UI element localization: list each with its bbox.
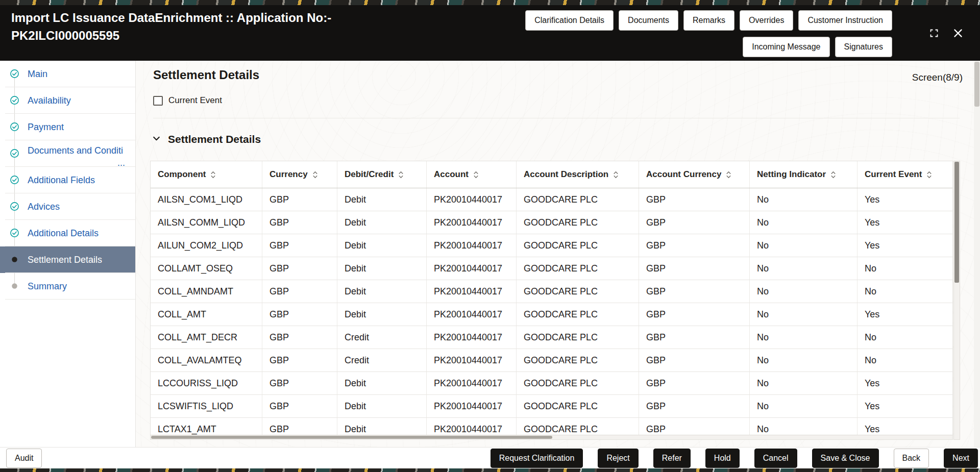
table-row[interactable]: COLL_AMTGBPDebitPK20010440017GOODCARE PL… [151,303,952,326]
column-header-current-event[interactable]: Current Event [857,161,953,188]
table-cell: PK20010440017 [427,280,517,303]
close-icon[interactable] [952,28,964,39]
table-cell: Yes [857,234,952,257]
header-button-signatures[interactable]: Signatures [835,37,893,57]
column-header-account-description[interactable]: Account Description [517,161,639,188]
table-row[interactable]: COLL_AMNDAMTGBPDebitPK20010440017GOODCAR… [151,280,952,303]
truncation-ellipsis: ... [117,159,125,167]
current-event-checkbox[interactable] [153,96,163,106]
horizontal-scrollbar[interactable] [151,435,952,439]
request-clarification-button[interactable]: Request Clarification [491,449,583,468]
column-header-component[interactable]: Component [151,161,262,188]
table-cell: PK20010440017 [427,326,517,349]
page-scrollbar[interactable] [974,61,980,447]
sidebar-item-additional-fields[interactable]: Additional Fields [0,167,135,193]
fullscreen-toggle-icon[interactable] [929,28,939,38]
sort-icon[interactable] [613,170,619,179]
table-row[interactable]: COLL_AVALAMTEQGBPCreditPK20010440017GOOD… [151,349,952,372]
sort-icon[interactable] [312,170,318,179]
sidebar-item-label: Summary [28,281,67,292]
table-cell: Debit [337,234,427,257]
table-row[interactable]: AILSN_COM1_LIQDGBPDebitPK20010440017GOOD… [151,188,952,211]
sidebar-item-label: Main [28,69,47,80]
sort-icon[interactable] [926,170,932,179]
back-button[interactable]: Back [894,449,929,468]
table-row[interactable]: COLLAMT_OSEQGBPDebitPK20010440017GOODCAR… [151,257,952,280]
table-cell: GOODCARE PLC [517,303,639,326]
app-header: Import LC Issuance DataEnrichment :: App… [0,5,980,61]
column-header-debit-credit[interactable]: Debit/Credit [337,161,427,188]
screen-indicator: Screen(8/9) [912,72,963,83]
audit-button[interactable]: Audit [6,449,42,468]
column-header-netting-indicator[interactable]: Netting Indicator [750,161,857,188]
sort-icon[interactable] [398,170,404,179]
table-cell: Debit [337,395,427,417]
table-cell: No [750,303,857,326]
hold-button[interactable]: Hold [705,449,740,468]
sidebar-item-summary[interactable]: Summary [0,273,135,300]
sidebar-item-additional-details[interactable]: Additional Details [0,220,135,246]
table-cell: AILUN_COM2_LIQD [151,234,262,257]
sort-icon[interactable] [726,170,731,179]
step-done-icon [10,69,19,79]
table-cell: Debit [337,257,427,280]
header-button-remarks[interactable]: Remarks [683,10,734,31]
window-controls [929,28,964,39]
column-header-currency[interactable]: Currency [262,161,337,188]
table-row[interactable]: AILUN_COM2_LIQDGBPDebitPK20010440017GOOD… [151,234,952,257]
sidebar: MainAvailabilityPaymentDocuments and Con… [0,61,136,447]
table-row[interactable]: LCSWIFTIS_LIQDGBPDebitPK20010440017GOODC… [151,395,952,418]
table-cell: No [750,326,857,349]
header-actions: Clarification DetailsDocumentsRemarksOve… [525,10,892,57]
header-button-overrides[interactable]: Overrides [740,10,793,31]
table-cell: GOODCARE PLC [517,280,639,303]
sort-icon[interactable] [473,170,479,179]
step-active-icon [10,255,19,264]
step-done-icon [10,228,19,238]
settlement-details-section-header[interactable]: Settlement Details [152,133,261,145]
table-cell: Debit [337,372,427,394]
reject-button[interactable]: Reject [598,449,638,468]
header-button-incoming-message[interactable]: Incoming Message [743,37,829,57]
table-cell: GOODCARE PLC [517,234,639,257]
sidebar-item-settlement-details[interactable]: Settlement Details [0,246,135,273]
sort-icon[interactable] [210,170,216,179]
cancel-button[interactable]: Cancel [754,449,797,468]
column-header-account-currency[interactable]: Account Currency [639,161,750,188]
footer: Audit Request ClarificationRejectReferHo… [0,447,980,468]
table-row[interactable]: AILSN_COMM_LIQDGBPDebitPK20010440017GOOD… [151,211,952,234]
sidebar-item-advices[interactable]: Advices [0,193,135,220]
table-scrollbar-thumb[interactable] [954,162,959,283]
next-button[interactable]: Next [944,449,978,468]
horizontal-scrollbar-thumb[interactable] [151,436,552,439]
footer-actions: Request ClarificationRejectReferHoldCanc… [491,449,978,468]
save-close-button[interactable]: Save & Close [812,449,879,468]
table-cell: No [750,280,857,303]
sidebar-item-availability[interactable]: Availability [0,87,135,114]
table-vertical-scrollbar[interactable] [953,161,960,440]
table-cell: PK20010440017 [427,257,517,280]
chevron-down-icon [152,134,161,145]
header-button-documents[interactable]: Documents [619,10,678,31]
table-row[interactable]: COLL_AMT_DECRGBPCreditPK20010440017GOODC… [151,326,952,349]
column-label: Component [158,169,206,180]
page-scrollbar-thumb[interactable] [974,62,979,107]
sidebar-item-main[interactable]: Main [0,61,135,87]
refer-button[interactable]: Refer [653,449,691,468]
table-cell: GOODCARE PLC [517,395,639,417]
header-button-clarification-details[interactable]: Clarification Details [525,10,614,31]
table-cell: COLL_AMT_DECR [151,326,262,349]
table-cell: Yes [857,188,952,211]
table-cell: GOODCARE PLC [517,372,639,394]
sidebar-item-payment[interactable]: Payment [0,114,135,140]
table-cell: GBP [262,395,337,417]
table-row[interactable]: LCCOURISS_LIQDGBPDebitPK20010440017GOODC… [151,372,952,395]
table-cell: No [750,372,857,394]
table-cell: GBP [639,349,750,371]
header-button-customer-instruction[interactable]: Customer Instruction [798,10,892,31]
table-cell: PK20010440017 [427,234,517,257]
sidebar-item-documents-and-conditi[interactable]: Documents and Conditi... [0,140,135,167]
column-header-account[interactable]: Account [427,161,517,188]
sort-icon[interactable] [830,170,836,179]
column-label: Debit/Credit [345,169,394,180]
